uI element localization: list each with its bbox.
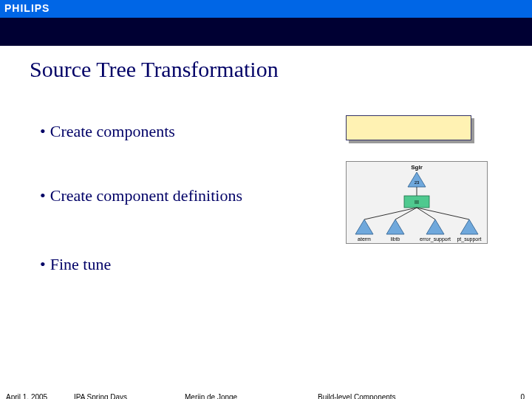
footer-event: IPA Spring Days: [74, 393, 127, 399]
diagram-triangle-top: [408, 172, 426, 187]
diagram-center-label: III: [415, 200, 419, 205]
footer-page: 0: [520, 393, 525, 399]
footer-author: Merijn de Jonge: [185, 393, 237, 399]
diagram-leaf-3: [426, 219, 444, 234]
diagram-leaf-4-label: pt_support: [457, 236, 481, 242]
brand-logo: PHILIPS: [4, 2, 50, 14]
bullet-1: •Create components: [40, 122, 175, 141]
diagram-edge: [417, 208, 469, 219]
diagram-leaf-3-label: error_support: [420, 236, 451, 242]
bullet-1-text: Create components: [50, 122, 175, 140]
header-bar: PHILIPS: [0, 0, 532, 18]
diagram-mid-top-label: 23: [415, 180, 420, 185]
bullet-dot-icon: •: [40, 122, 46, 141]
footer-topic: Build-level Components: [318, 393, 396, 399]
bullet-2-text: Create component definitions: [50, 186, 242, 205]
component-box-face: [346, 115, 471, 140]
component-box: [346, 115, 471, 140]
diagram-edge: [395, 208, 417, 219]
dependency-diagram: Sglr 23 III aterm libtb error_support pt…: [346, 161, 488, 244]
diagram-leaf-1-label: aterm: [358, 236, 371, 242]
slide-title: Source Tree Transformation: [30, 57, 279, 82]
header-shadow: [0, 18, 532, 46]
bullet-2: •Create component definitions: [40, 186, 242, 205]
diagram-leaf-2-label: libtb: [391, 236, 400, 242]
diagram-root-label: Sglr: [411, 164, 423, 171]
bullet-dot-icon: •: [40, 186, 46, 205]
bullet-3: •Fine tune: [40, 255, 111, 274]
footer-date: April 1, 2005: [6, 393, 47, 399]
diagram-leaf-2: [386, 219, 404, 234]
bullet-dot-icon: •: [40, 255, 46, 274]
bullet-3-text: Fine tune: [50, 255, 112, 273]
diagram-edge: [364, 208, 417, 219]
diagram-leaf-1: [355, 219, 373, 234]
diagram-leaf-4: [460, 219, 478, 234]
